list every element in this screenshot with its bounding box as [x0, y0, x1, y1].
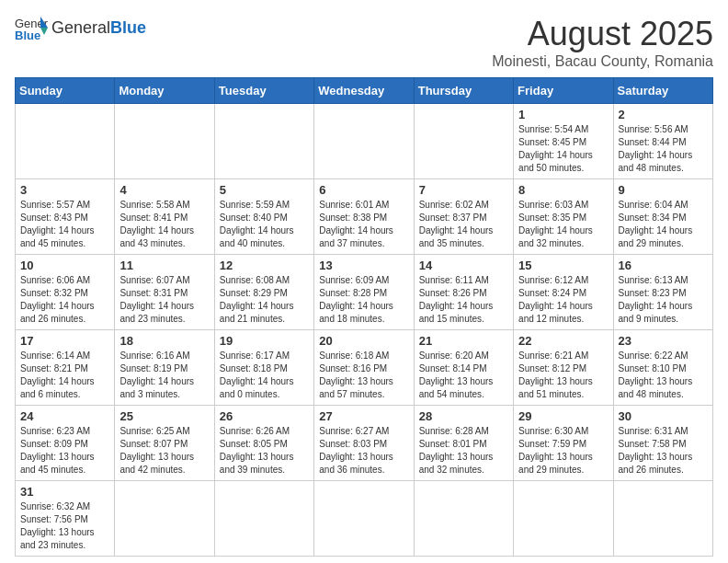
calendar-cell: 29Sunrise: 6:30 AM Sunset: 7:59 PM Dayli…: [514, 406, 613, 481]
logo: General Blue GeneralBlue: [15, 15, 146, 40]
day-info: Sunrise: 6:23 AM Sunset: 8:09 PM Dayligh…: [20, 425, 109, 477]
day-number: 2: [619, 108, 708, 121]
day-number: 31: [20, 485, 109, 499]
day-number: 7: [419, 183, 508, 197]
day-number: 20: [319, 334, 408, 348]
day-info: Sunrise: 6:22 AM Sunset: 8:10 PM Dayligh…: [619, 350, 708, 401]
day-info: Sunrise: 5:57 AM Sunset: 8:43 PM Dayligh…: [20, 199, 109, 250]
day-number: 14: [419, 259, 508, 272]
weekday-header-tuesday: Tuesday: [214, 78, 313, 104]
logo-text: GeneralBlue: [51, 18, 146, 38]
day-info: Sunrise: 6:03 AM Sunset: 8:35 PM Dayligh…: [518, 199, 608, 250]
calendar-table: SundayMondayTuesdayWednesdayThursdayFrid…: [15, 77, 713, 557]
day-info: Sunrise: 6:21 AM Sunset: 8:12 PM Dayligh…: [518, 350, 608, 401]
weekday-header-wednesday: Wednesday: [314, 78, 414, 104]
calendar-cell: [514, 481, 613, 557]
calendar-cell: [16, 104, 115, 179]
day-info: Sunrise: 6:06 AM Sunset: 8:32 PM Dayligh…: [20, 274, 109, 326]
calendar-cell: [214, 481, 313, 557]
day-number: 5: [220, 183, 309, 197]
calendar-cell: [214, 104, 313, 179]
calendar-week-row: 24Sunrise: 6:23 AM Sunset: 8:09 PM Dayli…: [16, 406, 713, 481]
day-number: 10: [20, 259, 109, 272]
day-info: Sunrise: 6:04 AM Sunset: 8:34 PM Dayligh…: [619, 199, 708, 250]
calendar-cell: 4Sunrise: 5:58 AM Sunset: 8:41 PM Daylig…: [115, 179, 214, 255]
calendar-subtitle: Moinesti, Bacau County, Romania: [492, 53, 713, 70]
calendar-cell: 1Sunrise: 5:54 AM Sunset: 8:45 PM Daylig…: [514, 104, 613, 179]
calendar-cell: 13Sunrise: 6:09 AM Sunset: 8:28 PM Dayli…: [314, 255, 414, 330]
day-info: Sunrise: 6:12 AM Sunset: 8:24 PM Dayligh…: [518, 274, 608, 326]
day-number: 15: [518, 259, 608, 272]
calendar-cell: 15Sunrise: 6:12 AM Sunset: 8:24 PM Dayli…: [514, 255, 613, 330]
calendar-cell: 19Sunrise: 6:17 AM Sunset: 8:18 PM Dayli…: [214, 330, 313, 406]
calendar-cell: 5Sunrise: 5:59 AM Sunset: 8:40 PM Daylig…: [214, 179, 313, 255]
calendar-cell: 10Sunrise: 6:06 AM Sunset: 8:32 PM Dayli…: [16, 255, 115, 330]
day-info: Sunrise: 6:20 AM Sunset: 8:14 PM Dayligh…: [419, 350, 508, 401]
day-number: 23: [619, 334, 708, 348]
svg-marker-3: [40, 28, 48, 35]
day-info: Sunrise: 6:14 AM Sunset: 8:21 PM Dayligh…: [20, 350, 109, 401]
title-section: August 2025 Moinesti, Bacau County, Roma…: [492, 15, 713, 70]
day-info: Sunrise: 5:56 AM Sunset: 8:44 PM Dayligh…: [619, 123, 708, 175]
calendar-cell: 21Sunrise: 6:20 AM Sunset: 8:14 PM Dayli…: [414, 330, 513, 406]
day-number: 4: [119, 183, 209, 197]
day-number: 3: [20, 183, 109, 197]
day-number: 29: [518, 409, 608, 423]
page-header: General Blue GeneralBlue August 2025 Moi…: [15, 15, 713, 70]
day-info: Sunrise: 6:11 AM Sunset: 8:26 PM Dayligh…: [419, 274, 508, 326]
day-number: 26: [220, 409, 309, 423]
day-number: 21: [419, 334, 508, 348]
calendar-cell: 11Sunrise: 6:07 AM Sunset: 8:31 PM Dayli…: [115, 255, 214, 330]
day-number: 13: [319, 259, 408, 272]
calendar-week-row: 3Sunrise: 5:57 AM Sunset: 8:43 PM Daylig…: [16, 179, 713, 255]
day-info: Sunrise: 6:07 AM Sunset: 8:31 PM Dayligh…: [119, 274, 209, 326]
weekday-header-monday: Monday: [115, 78, 214, 104]
day-number: 30: [619, 409, 708, 423]
day-number: 6: [319, 183, 408, 197]
calendar-title: August 2025: [492, 15, 713, 53]
day-info: Sunrise: 6:27 AM Sunset: 8:03 PM Dayligh…: [319, 425, 408, 477]
day-number: 9: [619, 183, 708, 197]
day-info: Sunrise: 6:32 AM Sunset: 7:56 PM Dayligh…: [20, 500, 109, 552]
calendar-cell: 28Sunrise: 6:28 AM Sunset: 8:01 PM Dayli…: [414, 406, 513, 481]
calendar-header: SundayMondayTuesdayWednesdayThursdayFrid…: [16, 78, 713, 104]
calendar-cell: [414, 481, 513, 557]
calendar-week-row: 17Sunrise: 6:14 AM Sunset: 8:21 PM Dayli…: [16, 330, 713, 406]
day-number: 22: [518, 334, 608, 348]
weekday-header-thursday: Thursday: [414, 78, 513, 104]
calendar-cell: 24Sunrise: 6:23 AM Sunset: 8:09 PM Dayli…: [16, 406, 115, 481]
calendar-cell: 12Sunrise: 6:08 AM Sunset: 8:29 PM Dayli…: [214, 255, 313, 330]
calendar-cell: 25Sunrise: 6:25 AM Sunset: 8:07 PM Dayli…: [115, 406, 214, 481]
day-info: Sunrise: 6:13 AM Sunset: 8:23 PM Dayligh…: [619, 274, 708, 326]
calendar-cell: 22Sunrise: 6:21 AM Sunset: 8:12 PM Dayli…: [514, 330, 613, 406]
calendar-cell: 2Sunrise: 5:56 AM Sunset: 8:44 PM Daylig…: [613, 104, 712, 179]
calendar-cell: 9Sunrise: 6:04 AM Sunset: 8:34 PM Daylig…: [613, 179, 712, 255]
calendar-body: 1Sunrise: 5:54 AM Sunset: 8:45 PM Daylig…: [16, 104, 713, 557]
day-number: 1: [518, 108, 608, 121]
weekday-header-friday: Friday: [514, 78, 613, 104]
day-info: Sunrise: 5:59 AM Sunset: 8:40 PM Dayligh…: [220, 199, 309, 250]
svg-text:Blue: Blue: [15, 29, 40, 40]
calendar-week-row: 31Sunrise: 6:32 AM Sunset: 7:56 PM Dayli…: [16, 481, 713, 557]
calendar-week-row: 1Sunrise: 5:54 AM Sunset: 8:45 PM Daylig…: [16, 104, 713, 179]
day-info: Sunrise: 6:16 AM Sunset: 8:19 PM Dayligh…: [119, 350, 209, 401]
day-number: 28: [419, 409, 508, 423]
calendar-week-row: 10Sunrise: 6:06 AM Sunset: 8:32 PM Dayli…: [16, 255, 713, 330]
calendar-cell: 27Sunrise: 6:27 AM Sunset: 8:03 PM Dayli…: [314, 406, 414, 481]
day-info: Sunrise: 6:09 AM Sunset: 8:28 PM Dayligh…: [319, 274, 408, 326]
day-number: 8: [518, 183, 608, 197]
day-info: Sunrise: 6:31 AM Sunset: 7:58 PM Dayligh…: [619, 425, 708, 477]
day-number: 27: [319, 409, 408, 423]
day-info: Sunrise: 6:26 AM Sunset: 8:05 PM Dayligh…: [220, 425, 309, 477]
calendar-cell: 8Sunrise: 6:03 AM Sunset: 8:35 PM Daylig…: [514, 179, 613, 255]
calendar-cell: [314, 104, 414, 179]
day-number: 16: [619, 259, 708, 272]
calendar-cell: 26Sunrise: 6:26 AM Sunset: 8:05 PM Dayli…: [214, 406, 313, 481]
day-number: 12: [220, 259, 309, 272]
day-info: Sunrise: 6:18 AM Sunset: 8:16 PM Dayligh…: [319, 350, 408, 401]
day-info: Sunrise: 6:01 AM Sunset: 8:38 PM Dayligh…: [319, 199, 408, 250]
calendar-cell: 17Sunrise: 6:14 AM Sunset: 8:21 PM Dayli…: [16, 330, 115, 406]
day-info: Sunrise: 5:58 AM Sunset: 8:41 PM Dayligh…: [119, 199, 209, 250]
day-number: 17: [20, 334, 109, 348]
calendar-cell: [414, 104, 513, 179]
